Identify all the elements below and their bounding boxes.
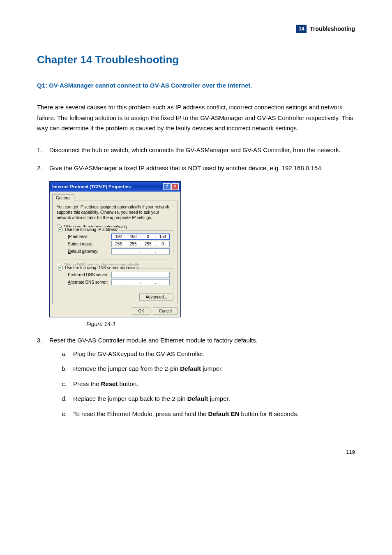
gateway-input[interactable]: . . . bbox=[111, 248, 170, 254]
label-ip-address: IP address: bbox=[68, 234, 111, 239]
step-text: Give the GV-ASManager a fixed IP address… bbox=[49, 163, 355, 173]
substep-letter: e. bbox=[62, 409, 73, 419]
label-gateway: Default gateway: bbox=[68, 249, 111, 254]
label-subnet: Subnet mask: bbox=[68, 242, 111, 246]
preferred-dns-input[interactable]: . . . bbox=[111, 272, 170, 278]
chapter-title: Chapter 14 Troubleshooting bbox=[37, 53, 355, 66]
tcpip-properties-dialog: Internet Protocol (TCP/IP) Properties ? … bbox=[49, 181, 181, 317]
substep-text: Press the Reset button. bbox=[73, 379, 138, 389]
ip-seg[interactable]: 255 bbox=[127, 242, 139, 246]
chapter-number-badge: 14 bbox=[296, 25, 307, 33]
step-3: 3. Reset the GV-AS Controller module and… bbox=[37, 335, 355, 425]
substep-text: Remove the jumper cap from the 2-pin Def… bbox=[73, 364, 223, 374]
substep-c: c. Press the Reset button. bbox=[62, 379, 355, 389]
ip-seg[interactable]: 154 bbox=[157, 234, 168, 239]
substep-a: a. Plug the GV-ASKeypad to the GV-AS Con… bbox=[62, 349, 355, 359]
substep-e: e. To reset the Ethernet Module, press a… bbox=[62, 409, 355, 419]
cancel-button[interactable]: Cancel bbox=[153, 308, 178, 314]
substep-b: b. Remove the jumper cap from the 2-pin … bbox=[62, 364, 355, 374]
step-2: 2. Give the GV-ASManager a fixed IP addr… bbox=[37, 163, 355, 173]
radio-use-dns-label: Use the following DNS server addresses: bbox=[65, 266, 140, 270]
intro-paragraph: There are several causes for this proble… bbox=[37, 102, 355, 134]
substep-text: To reset the Ethernet Module, press and … bbox=[73, 409, 299, 419]
radio-use-dns[interactable] bbox=[58, 266, 63, 271]
ip-seg[interactable]: 255 bbox=[142, 242, 154, 246]
substep-letter: a. bbox=[62, 349, 73, 359]
ip-address-input[interactable]: 192. 168. 0. 154 bbox=[111, 234, 170, 240]
close-icon[interactable]: × bbox=[171, 183, 179, 190]
substep-letter: b. bbox=[62, 364, 73, 374]
substep-letter: d. bbox=[62, 394, 73, 404]
ip-seg[interactable]: 255 bbox=[113, 242, 124, 246]
ok-button[interactable]: OK bbox=[132, 308, 150, 314]
step-number: 3. bbox=[37, 335, 49, 425]
label-alternate-dns: Alternate DNS server: bbox=[68, 280, 111, 284]
ip-seg[interactable]: 0 bbox=[142, 234, 154, 239]
dialog-titlebar: Internet Protocol (TCP/IP) Properties ? … bbox=[50, 182, 180, 192]
ip-seg[interactable]: 0 bbox=[157, 242, 168, 246]
chapter-header-label: Troubleshooting bbox=[310, 25, 355, 32]
subnet-input[interactable]: 255. 255. 255. 0 bbox=[111, 241, 170, 247]
substep-letter: c. bbox=[62, 379, 73, 389]
step-1: 1. Disconnect the hub or switch, which c… bbox=[37, 145, 355, 155]
label-preferred-dns: Preferred DNS server: bbox=[68, 273, 111, 277]
radio-use-ip[interactable] bbox=[58, 227, 63, 232]
step-text: Disconnect the hub or switch, which conn… bbox=[49, 145, 355, 155]
tab-general[interactable]: General bbox=[52, 194, 74, 201]
ip-seg[interactable]: 168 bbox=[127, 234, 139, 239]
step-number: 1. bbox=[37, 145, 49, 155]
advanced-button[interactable]: Advanced... bbox=[139, 294, 173, 301]
dialog-description: You can get IP settings assigned automat… bbox=[57, 204, 173, 220]
dialog-title: Internet Protocol (TCP/IP) Properties bbox=[52, 184, 131, 189]
substep-d: d. Replace the jumper cap back to the 2-… bbox=[62, 394, 355, 404]
ip-seg[interactable]: 192 bbox=[113, 234, 124, 239]
step-number: 2. bbox=[37, 163, 49, 173]
substep-text: Replace the jumper cap back to the 2-pin… bbox=[73, 394, 230, 404]
radio-use-ip-label: Use the following IP address: bbox=[65, 227, 118, 232]
substep-text: Plug the GV-ASKeypad to the GV-AS Contro… bbox=[73, 349, 205, 359]
page-header: 14 Troubleshooting bbox=[37, 25, 355, 33]
help-icon[interactable]: ? bbox=[163, 183, 171, 190]
figure-caption: Figure 14-1 bbox=[86, 321, 355, 327]
step-text: Reset the GV-AS Controller module and Et… bbox=[49, 335, 355, 345]
question-title: Q1: GV-ASManager cannot connect to GV-AS… bbox=[37, 82, 355, 89]
alternate-dns-input[interactable]: . . . bbox=[111, 279, 170, 285]
dialog-figure: Internet Protocol (TCP/IP) Properties ? … bbox=[49, 181, 355, 317]
page-number: 119 bbox=[37, 449, 355, 455]
